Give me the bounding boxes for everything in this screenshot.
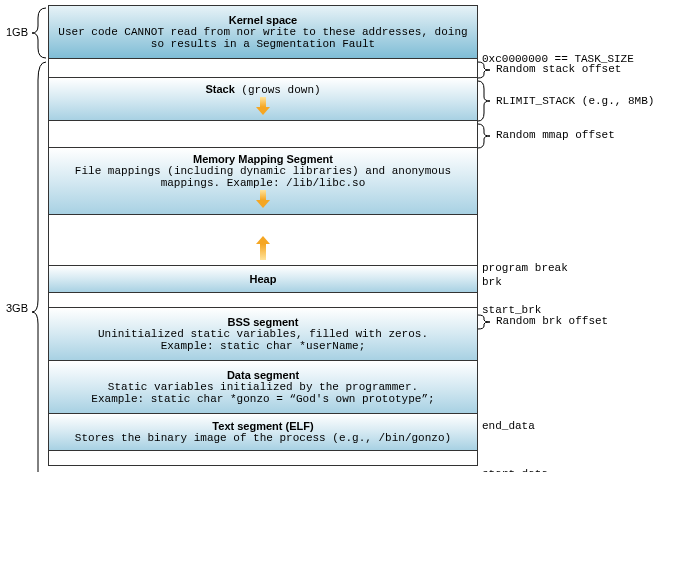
stack-title-line: Stack (grows down) <box>205 83 320 96</box>
brace-mmap-offset <box>478 122 492 150</box>
note-rand-stack: Random stack offset <box>496 63 621 75</box>
right-annotations: 0xc0000000 == TASK_SIZE Random stack off… <box>478 6 690 466</box>
bss-desc2: Example: static char *userName; <box>161 340 366 352</box>
left-size-column: 1GB 3GB <box>6 6 48 466</box>
svg-marker-3 <box>256 200 270 208</box>
gap-heap-growth <box>48 214 478 266</box>
seg-bss: BSS segment Uninitialized static variabl… <box>48 307 478 361</box>
data-desc2: Example: static char *gonzo = “God's own… <box>91 393 434 405</box>
seg-heap: Heap <box>48 265 478 293</box>
gap-bottom <box>48 450 478 466</box>
note-rand-brk: Random brk offset <box>496 315 608 327</box>
note-rlimit: RLIMIT_STACK (e.g., 8MB) <box>496 95 654 107</box>
note-brk: brk <box>482 276 502 288</box>
svg-marker-4 <box>256 236 270 244</box>
brace-rlimit <box>478 79 492 123</box>
bss-title: BSS segment <box>228 316 299 328</box>
text-desc: Stores the binary image of the process (… <box>75 432 451 444</box>
gap-brk-offset <box>48 292 478 308</box>
svg-rect-2 <box>260 190 266 200</box>
seg-data: Data segment Static variables initialize… <box>48 360 478 414</box>
svg-marker-1 <box>256 107 270 115</box>
note-start-data: start_data <box>482 468 548 472</box>
kernel-desc: User code CANNOT read from nor write to … <box>55 26 471 50</box>
heap-title: Heap <box>250 273 277 285</box>
memory-layout: Kernel space User code CANNOT read from … <box>48 6 478 466</box>
note-rand-mmap: Random mmap offset <box>496 129 615 141</box>
stack-title: Stack <box>205 83 234 95</box>
seg-kernel: Kernel space User code CANNOT read from … <box>48 5 478 59</box>
note-end-data: end_data <box>482 420 535 432</box>
mmap-desc: File mappings (including dynamic librari… <box>55 165 471 189</box>
arrow-up-icon <box>256 236 270 260</box>
seg-mmap: Memory Mapping Segment File mappings (in… <box>48 147 478 215</box>
mmap-title: Memory Mapping Segment <box>193 153 333 165</box>
svg-rect-0 <box>260 97 266 107</box>
data-desc1: Static variables initialized by the prog… <box>108 381 418 393</box>
gap-mmap-offset <box>48 120 478 148</box>
text-title: Text segment (ELF) <box>212 420 313 432</box>
note-program-break: program break <box>482 262 568 274</box>
seg-text: Text segment (ELF) Stores the binary ima… <box>48 413 478 451</box>
kernel-title: Kernel space <box>229 14 297 26</box>
arrow-down-icon <box>256 97 270 115</box>
svg-rect-5 <box>260 244 266 260</box>
gap-stack-offset <box>48 58 478 78</box>
stack-suffix: (grows down) <box>235 84 321 96</box>
brace-stack-offset <box>478 60 492 80</box>
data-title: Data segment <box>227 369 299 381</box>
brace-3gb <box>6 60 48 472</box>
arrow-down-icon <box>256 190 270 208</box>
brace-brk-offset <box>478 313 492 331</box>
label-3gb: 3GB <box>6 302 28 314</box>
label-1gb: 1GB <box>6 26 28 38</box>
bss-desc1: Uninitialized static variables, filled w… <box>98 328 428 340</box>
seg-stack: Stack (grows down) <box>48 77 478 121</box>
